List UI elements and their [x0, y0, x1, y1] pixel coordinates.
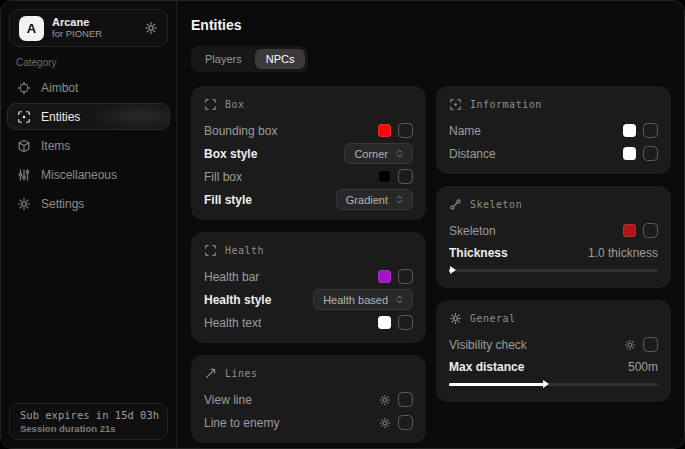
scan-icon — [449, 98, 462, 111]
setting-label: Health text — [204, 316, 261, 330]
sidebar-item-label: Entities — [41, 110, 80, 124]
checkbox[interactable] — [398, 269, 413, 284]
dropdown-value: Corner — [354, 148, 388, 160]
tab-players[interactable]: Players — [194, 49, 253, 69]
row-controls — [623, 123, 658, 138]
dropdown-fill-style[interactable]: Gradient — [336, 189, 413, 210]
checkbox[interactable] — [398, 415, 413, 430]
checkbox[interactable] — [643, 146, 658, 161]
checkbox[interactable] — [398, 392, 413, 407]
setting-label: Bounding box — [204, 124, 277, 138]
card-title: Lines — [225, 368, 258, 379]
app-title-block: Arcane for PIONER — [52, 16, 136, 40]
checkbox[interactable] — [398, 123, 413, 138]
card-header: Box — [204, 96, 413, 112]
cards-column: InformationNameDistanceSkeletonSkeletonT… — [436, 86, 671, 402]
setting-label: Distance — [449, 147, 496, 161]
color-swatch[interactable] — [378, 170, 391, 183]
app-name: Arcane — [52, 16, 136, 29]
card-title: Box — [225, 99, 245, 110]
chevrons-up-down-icon — [394, 194, 405, 205]
card-general: GeneralVisibility checkMax distance500m — [436, 300, 671, 402]
sidebar-item-miscellaneous[interactable]: Miscellaneous — [7, 161, 170, 188]
slider-handle[interactable] — [450, 266, 456, 274]
session-duration-text: Session duration 21s — [20, 423, 157, 434]
scan-icon — [17, 110, 31, 124]
card-health: HealthHealth barHealth styleHealth based… — [191, 232, 426, 343]
bone-icon — [449, 198, 462, 211]
slider-value: 500m — [628, 360, 658, 374]
setting-label: View line — [204, 393, 252, 407]
cards-column: BoxBounding boxBox styleCornerFill boxFi… — [191, 86, 426, 443]
sidebar-item-label: Items — [41, 139, 70, 153]
row-controls — [379, 415, 413, 430]
card-header: Skeleton — [449, 196, 658, 212]
setting-label: Fill box — [204, 170, 242, 184]
sidebar-item-label: Miscellaneous — [41, 168, 117, 182]
card-box: BoxBounding boxBox styleCornerFill boxFi… — [191, 86, 426, 220]
row-controls — [378, 315, 413, 330]
card-skeleton: SkeletonSkeletonThickness1.0 thickness — [436, 186, 671, 288]
row-controls — [379, 392, 413, 407]
app-logo-card: A Arcane for PIONER — [9, 9, 168, 47]
dropdown-health-style[interactable]: Health based — [313, 289, 413, 310]
color-swatch[interactable] — [378, 270, 391, 283]
sidebar-item-entities[interactable]: Entities — [7, 103, 170, 130]
checkbox[interactable] — [643, 123, 658, 138]
row-controls: Corner — [344, 143, 413, 164]
sidebar-nav: AimbotEntitiesItemsMiscellaneousSettings — [1, 74, 176, 217]
card-title: Health — [225, 245, 264, 256]
diagonal-line-icon — [204, 367, 217, 380]
sidebar-item-items[interactable]: Items — [7, 132, 170, 159]
card-lines: LinesView lineLine to enemy — [191, 355, 426, 443]
checkbox[interactable] — [398, 169, 413, 184]
gear-icon — [379, 417, 391, 429]
checkbox[interactable] — [398, 315, 413, 330]
slider-value: 1.0 thickness — [588, 246, 658, 260]
color-swatch[interactable] — [623, 147, 636, 160]
sidebar-item-label: Settings — [41, 197, 84, 211]
setting-row-box-style: Box styleCorner — [204, 142, 413, 165]
card-header: General — [449, 310, 658, 326]
setting-row-thickness: Thickness1.0 thickness — [449, 243, 658, 279]
checkbox[interactable] — [643, 223, 658, 238]
setting-label: Health style — [204, 293, 271, 307]
sidebar-item-label: Aimbot — [41, 81, 78, 95]
checkbox[interactable] — [643, 337, 658, 352]
slider-thickness[interactable] — [449, 266, 658, 274]
chevrons-up-down-icon — [394, 294, 405, 305]
slider-labels: Max distance500m — [449, 357, 658, 377]
slider-handle[interactable] — [543, 380, 549, 388]
card-header: Health — [204, 242, 413, 258]
setting-label: Box style — [204, 147, 257, 161]
setting-row-name: Name — [449, 119, 658, 142]
color-swatch[interactable] — [623, 124, 636, 137]
sidebar-item-settings[interactable]: Settings — [7, 190, 170, 217]
gear-icon[interactable] — [144, 21, 158, 35]
setting-row-visibility-check: Visibility check — [449, 333, 658, 356]
scan-corners-icon — [204, 98, 217, 111]
card-information: InformationNameDistance — [436, 86, 671, 174]
setting-label: Skeleton — [449, 224, 496, 238]
color-swatch[interactable] — [378, 316, 391, 329]
gear-icon — [17, 197, 31, 211]
card-title: General — [470, 313, 516, 324]
row-controls — [624, 337, 658, 352]
dropdown-box-style[interactable]: Corner — [344, 143, 413, 164]
color-swatch[interactable] — [623, 224, 636, 237]
sidebar-item-aimbot[interactable]: Aimbot — [7, 74, 170, 101]
setting-label: Thickness — [449, 246, 508, 260]
gear-icon — [624, 339, 636, 351]
setting-row-distance: Distance — [449, 142, 658, 165]
slider-max-distance[interactable] — [449, 380, 658, 388]
tab-npcs[interactable]: NPCs — [255, 49, 306, 69]
setting-row-view-line: View line — [204, 388, 413, 411]
dropdown-value: Gradient — [346, 194, 388, 206]
setting-row-health-style: Health styleHealth based — [204, 288, 413, 311]
setting-label: Visibility check — [449, 338, 527, 352]
setting-label: Name — [449, 124, 481, 138]
setting-row-line-to-enemy: Line to enemy — [204, 411, 413, 434]
subscription-card: Sub expires in 15d 03h Session duration … — [9, 403, 168, 440]
color-swatch[interactable] — [378, 124, 391, 137]
slider-track — [449, 269, 658, 272]
